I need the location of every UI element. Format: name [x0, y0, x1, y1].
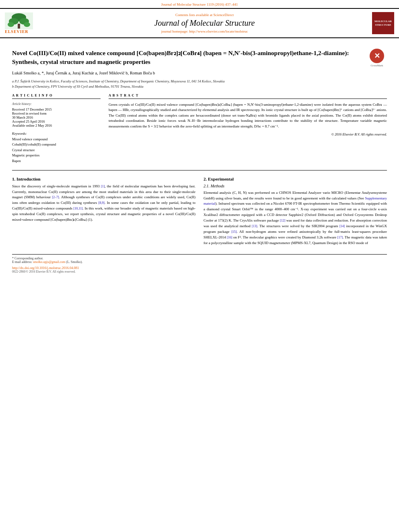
affiliations: a P.J. Šafárik University in Košice, Fac… [12, 79, 387, 89]
online-date: Available online 2 May 2016 [12, 123, 101, 127]
ref-14[interactable]: [14] [339, 224, 345, 228]
revised-label: Received in revised form [12, 111, 101, 115]
molecular-structure-logo: MOLECULAR STRUCTURE [372, 12, 394, 34]
experimental-text: Elemental analysis (C, H, N) was perform… [204, 190, 387, 246]
ref-12[interactable]: [12] [280, 219, 285, 222]
journal-header: ELSEVIER Contents lists available at Sci… [0, 8, 399, 38]
crossmark-label: CrossMark [367, 64, 387, 67]
keyword-1: Mixed valence compound [12, 137, 101, 142]
ref-8-9[interactable]: [8,9] [99, 201, 105, 205]
authors: Lukáš Smolko a, *, Juraj Černák a, Juraj… [12, 70, 387, 76]
affiliation-a: a P.J. Šafárik University in Košice, Fac… [12, 79, 387, 84]
section-divider [12, 170, 387, 170]
main-content: Novel Co(III)/Co(II) mixed valence compo… [0, 38, 399, 277]
keyword-5: Bapen [12, 158, 101, 164]
svg-point-5 [8, 22, 14, 27]
ref-10-11[interactable]: [10,11] [74, 207, 83, 210]
ref-17[interactable]: [17] [337, 236, 343, 239]
experimental-title: 2. Experimental [204, 177, 387, 181]
journal-homepage: journal homepage: http://www.elsevier.co… [41, 29, 368, 33]
doi-link[interactable]: http://dx.doi.org/10.1016/j.molstruc.201… [12, 266, 387, 270]
journal-title: Journal of Molecular Structure [41, 18, 368, 28]
journal-reference: Journal of Molecular Structure 1119 (201… [0, 0, 399, 8]
article-info-panel: A R T I C L E I N F O Article history: R… [12, 93, 101, 164]
keyword-2: Cobalt(III)/cobalt(II) compound [12, 142, 101, 148]
revised-date: 30 March 2016 [12, 115, 101, 119]
keywords-label: Keywords: [12, 131, 101, 136]
author-email[interactable]: smolko.upjs@gmail.com [33, 260, 65, 264]
ref-13[interactable]: [13] [252, 224, 257, 228]
abstract-heading: A B S T R A C T [109, 93, 387, 99]
ref-1[interactable]: [1] [101, 185, 105, 188]
experimental-section: 2. Experimental 2.1. Methods Elemental a… [204, 177, 387, 246]
svg-rect-4 [18, 24, 20, 29]
keywords-section: Keywords: Mixed valence compound Cobalt(… [12, 131, 101, 164]
corresponding-author-note: * Corresponding author. [12, 257, 387, 260]
journal-ref-text: Journal of Molecular Structure 1119 (201… [161, 2, 238, 6]
crossmark-badge[interactable]: ✕ CrossMark [367, 49, 387, 67]
received-date: Received 17 December 2015 [12, 107, 101, 111]
ref-2-7[interactable]: [2–7] [52, 195, 59, 199]
abstract-panel: A B S T R A C T Green crystals of Co(III… [109, 93, 387, 164]
keyword-4: Magnetic properties [12, 153, 101, 158]
header-center: Contents lists available at ScienceDirec… [41, 13, 368, 33]
abstract-text: Green crystals of Co(III)/Co(II) mixed v… [109, 102, 387, 129]
body-section: 1. Introduction Since the discovery of s… [12, 177, 387, 246]
copyright: © 2016 Elsevier B.V. All rights reserved… [109, 132, 387, 136]
intro-title: 1. Introduction [12, 177, 195, 181]
ref-16[interactable]: [16] [227, 236, 232, 239]
affiliation-b: b Department of Chemistry, FPV Universit… [12, 84, 387, 89]
article-title: Novel Co(III)/Co(II) mixed valence compo… [12, 49, 387, 66]
elsevier-label: ELSEVIER [5, 29, 29, 34]
crossmark-icon: ✕ [374, 51, 380, 60]
ref-15[interactable]: [15] [231, 230, 237, 234]
info-abstract-section: A R T I C L E I N F O Article history: R… [12, 93, 387, 164]
keyword-3: Crystal structure [12, 148, 101, 153]
contents-available: Contents lists available at ScienceDirec… [41, 13, 368, 17]
accepted-date: Accepted 25 April 2016 [12, 119, 101, 123]
article-info-heading: A R T I C L E I N F O [12, 93, 101, 99]
email-note: E-mail address: smolko.upjs@gmail.com (L… [12, 260, 387, 264]
article-title-section: Novel Co(III)/Co(II) mixed valence compo… [12, 49, 387, 66]
issn-text: 0022-2860/© 2016 Elsevier B.V. All right… [12, 270, 387, 273]
intro-text: Since the discovery of single-molecule m… [12, 184, 195, 223]
elsevier-logo: ELSEVIER [5, 12, 37, 34]
elsevier-tree-icon [5, 12, 33, 29]
homepage-url[interactable]: http://www.elsevier.com/locate/molstruc [189, 29, 248, 33]
history-label: Article history: [12, 102, 101, 107]
methods-subtitle: 2.1. Methods [204, 184, 387, 188]
svg-point-6 [24, 22, 30, 27]
footer: * Corresponding author. E-mail address: … [12, 254, 387, 273]
supplementary-link[interactable]: Supplementary material [204, 196, 387, 206]
intro-section: 1. Introduction Since the discovery of s… [12, 177, 195, 246]
